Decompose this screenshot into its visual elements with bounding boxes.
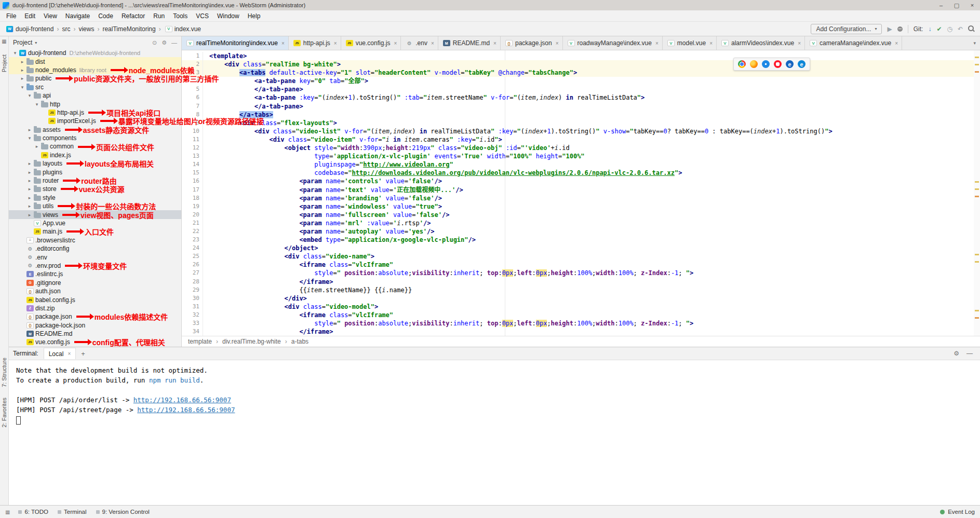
chevron-right-icon[interactable]: ▸ xyxy=(19,67,25,73)
debug-button[interactable] xyxy=(897,26,903,32)
menu-item-refactor[interactable]: Refactor xyxy=(117,12,149,20)
editor-breadcrumb-item[interactable]: div.realTime.bg-white xyxy=(222,338,281,345)
code-line[interactable]: 9 <div class="flex-layouts"> xyxy=(182,119,980,127)
editor-breadcrumb-item[interactable]: template xyxy=(188,338,212,345)
editor-scrollbar[interactable] xyxy=(974,50,980,336)
tree-item-layouts[interactable]: ▸layoutslayouts全局布局相关 xyxy=(9,159,181,168)
code-line[interactable]: 3 <a-tabs default-active-key="1" slot="h… xyxy=(182,69,980,77)
chevron-right-icon[interactable]: ▸ xyxy=(26,170,33,175)
chevron-right-icon[interactable]: ▸ xyxy=(19,59,25,64)
settings-gear-icon[interactable]: ⚙ xyxy=(162,39,167,46)
chevron-right-icon[interactable]: ▸ xyxy=(34,144,40,149)
git-revert-icon[interactable]: ↶ xyxy=(958,25,963,33)
chevron-down-icon[interactable]: ▾ xyxy=(12,50,18,56)
chevron-right-icon[interactable]: ▸ xyxy=(26,127,33,132)
chevron-right-icon[interactable]: ▸ xyxy=(19,76,25,81)
breadcrumb-item[interactable]: duoji-frontend xyxy=(16,25,53,33)
chevron-down-icon[interactable]: ▾ xyxy=(26,135,33,141)
tool-window-button-2-favorites[interactable]: 2: Favorites xyxy=(1,398,7,427)
tree-item-editorconfig[interactable]: .editorconfig xyxy=(9,244,181,253)
code-line[interactable]: 17 <param name='text' value='正在加载视频中...'… xyxy=(182,186,980,194)
tree-item-common[interactable]: ▸common页面公共组件文件 xyxy=(9,142,181,151)
close-tab-icon[interactable]: × xyxy=(431,40,434,46)
code-line[interactable]: 23 <embed type="application/x-google-vlc… xyxy=(182,236,980,244)
maximize-button[interactable]: ▢ xyxy=(949,0,964,10)
editor-tab-realtimemonitoring-index-vue[interactable]: realTimeMonitoring\index.vue× xyxy=(182,36,289,50)
minimize-panel-icon[interactable]: — xyxy=(966,350,973,357)
project-panel-title[interactable]: Project xyxy=(13,39,32,46)
code-line[interactable]: 27 style=" position:absolute;visibility:… xyxy=(182,269,980,277)
tree-item-gitignore[interactable]: .gitignore xyxy=(9,279,181,287)
code-line[interactable]: 7 </a-tab-pane> xyxy=(182,102,980,111)
code-line[interactable]: 34 </iframe> xyxy=(182,328,980,336)
safari-browser-icon[interactable] xyxy=(762,60,770,68)
menu-item-vcs[interactable]: VCS xyxy=(192,12,213,20)
code-line[interactable]: 28 </iframe> xyxy=(182,278,980,286)
code-line[interactable]: 19 <param name='windowless' value="true"… xyxy=(182,202,980,211)
code-line[interactable]: 31 <div class="video-model"> xyxy=(182,303,980,311)
run-button[interactable]: ▶ xyxy=(887,25,892,33)
chrome-browser-icon[interactable] xyxy=(738,60,746,68)
code-line[interactable]: 32 <iframe class="vlcIframe" xyxy=(182,311,980,319)
tree-item-babel-config-js[interactable]: babel.config.js xyxy=(9,295,181,304)
code-line[interactable]: 22 <param name='autoplay' value='yes'/> xyxy=(182,227,980,236)
code-editor[interactable]: 1<template>2 <div class="realTime bg-whi… xyxy=(182,50,980,336)
tree-item-store[interactable]: ▸storevuex公共资源 xyxy=(9,185,181,193)
tool-window-grid-icon[interactable]: ▦ xyxy=(2,38,6,44)
tree-item-vue-config-js[interactable]: vue.config.jsconfig配置、代理相关 xyxy=(9,338,181,346)
tree-item-views[interactable]: ▸viewsview视图、pages页面 xyxy=(9,210,181,219)
code-line[interactable]: 8 </a-tabs> xyxy=(182,111,980,119)
close-button[interactable]: × xyxy=(964,0,980,10)
close-tab-icon[interactable]: × xyxy=(281,40,285,46)
chevron-right-icon[interactable]: ▸ xyxy=(26,178,33,183)
code-line[interactable]: 21 <param name='mrl' :value='i.rtsp'/> xyxy=(182,219,980,227)
minimize-button[interactable]: – xyxy=(933,0,949,10)
code-line[interactable]: 30 </div> xyxy=(182,294,980,303)
opera-browser-icon[interactable] xyxy=(774,60,782,68)
git-update-icon[interactable]: ↓ xyxy=(928,25,931,33)
status-item-terminal[interactable]: Terminal xyxy=(58,509,86,515)
tree-item-package-lock-json[interactable]: package-lock.json xyxy=(9,321,181,330)
locate-file-icon[interactable]: ⊙ xyxy=(152,39,157,46)
tree-item-auth-json[interactable]: auth.json xyxy=(9,287,181,295)
menu-item-file[interactable]: File xyxy=(2,12,20,20)
terminal-output[interactable]: Note that the development build is not o… xyxy=(9,360,980,505)
breadcrumb-item[interactable]: realTimeMonitoring xyxy=(102,25,155,33)
tree-item-browserslistrc[interactable]: .browserslistrc xyxy=(9,236,181,244)
editor-tab-package-json[interactable]: package.json× xyxy=(501,36,563,50)
search-everywhere-icon[interactable] xyxy=(968,25,975,32)
editor-tab-cameramanage-index-vue[interactable]: cameraManage\index.vue× xyxy=(805,36,902,50)
new-terminal-session-icon[interactable]: + xyxy=(81,350,85,358)
menu-item-window[interactable]: Window xyxy=(213,12,244,20)
git-history-icon[interactable]: ◷ xyxy=(947,25,952,33)
breadcrumb-item[interactable]: src xyxy=(62,25,70,33)
chevron-down-icon[interactable]: ▾ xyxy=(26,93,33,98)
code-line[interactable]: 13 type='application/x-vlc-plugin' event… xyxy=(182,152,980,160)
terminal-tab-local[interactable]: Local × xyxy=(44,348,76,359)
tree-item-main-js[interactable]: main.js入口文件 xyxy=(9,227,181,236)
tool-window-button-7-structure[interactable]: 7: Structure xyxy=(1,358,7,387)
code-line[interactable]: 2 <div class="realTime bg-white"> xyxy=(182,60,980,69)
code-line[interactable]: 10 <div class="video-list" v-for="(item,… xyxy=(182,127,980,135)
project-view-caret-icon[interactable]: ▾ xyxy=(35,40,37,45)
close-tab-icon[interactable]: × xyxy=(556,40,559,46)
chevron-right-icon[interactable]: ▸ xyxy=(26,195,33,200)
editor-tab-vue-config-js[interactable]: vue.config.js× xyxy=(341,36,401,50)
code-line[interactable]: 16 <param name='controls' value='false'/… xyxy=(182,177,980,185)
close-tab-icon[interactable]: × xyxy=(68,351,71,357)
code-line[interactable]: 12 <object style="width:390px;height:219… xyxy=(182,144,980,152)
hidden-tabs-icon[interactable]: ▾ xyxy=(969,40,980,46)
status-item-9-version-control[interactable]: 9: Version Control xyxy=(96,509,150,515)
breadcrumb-item[interactable]: index.vue xyxy=(174,25,201,33)
menu-item-tools[interactable]: Tools xyxy=(169,12,192,20)
chevron-right-icon[interactable]: ▸ xyxy=(26,203,33,209)
editor-tab-roadwaymanage-index-vue[interactable]: roadwayManage\index.vue× xyxy=(563,36,663,50)
editor-breadcrumb-item[interactable]: a-tabs xyxy=(291,338,308,345)
tree-item-api[interactable]: ▾api xyxy=(9,91,181,100)
code-line[interactable]: 24 </object> xyxy=(182,244,980,252)
event-log-button[interactable]: Event Log xyxy=(948,509,975,515)
tree-item-assets[interactable]: ▸assetsassets静态资源文件 xyxy=(9,126,181,134)
firefox-browser-icon[interactable] xyxy=(750,60,758,68)
edge-browser-icon[interactable]: e xyxy=(798,60,806,68)
menu-item-view[interactable]: View xyxy=(39,12,61,20)
